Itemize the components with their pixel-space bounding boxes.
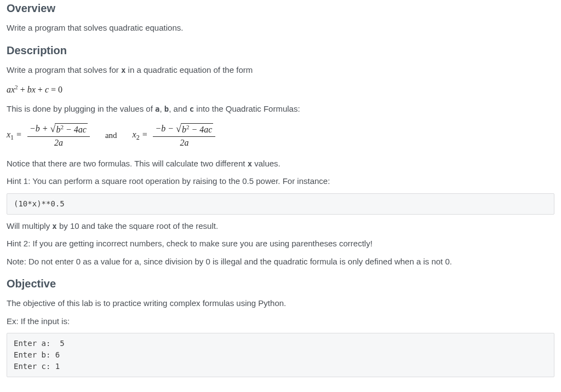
overview-text: Write a program that solves quadratic eq… xyxy=(7,22,554,34)
a: a xyxy=(59,138,63,147)
text: This is done by plugging in the values o… xyxy=(7,104,155,113)
will-multiply-text: Will multiply x by 10 and take the squar… xyxy=(7,220,554,233)
radical-icon: √ xyxy=(50,124,56,134)
var-x: x xyxy=(248,159,252,168)
sqrt: √b2 − 4ac xyxy=(176,123,213,135)
text: by 10 and take the square root of the re… xyxy=(57,221,218,230)
radical-icon: √ xyxy=(176,124,181,134)
coef-a: a xyxy=(7,85,11,94)
heading-overview: Overview xyxy=(7,0,554,16)
neg-b-plus: −b + xyxy=(30,124,50,133)
text: , xyxy=(159,104,164,113)
equation-standard-form: ax2 + bx + c = 0 xyxy=(7,83,554,96)
b: b xyxy=(182,125,186,134)
numerator: −b + √b2 − 4ac xyxy=(27,123,90,135)
text: Write a program that solves for xyxy=(7,65,121,74)
fraction: −b − √b2 − 4ac 2a xyxy=(153,123,215,148)
a: a xyxy=(78,125,83,134)
text: Notice that there are two formulas. This… xyxy=(7,159,248,168)
var-c: c xyxy=(190,105,194,113)
radicand: b2 − 4ac xyxy=(55,123,88,135)
note-text: Note: Do not enter 0 as a value for a, s… xyxy=(7,256,554,268)
text: Will multiply xyxy=(7,221,52,230)
var-b: b xyxy=(164,105,169,113)
coef-c: c xyxy=(45,85,49,94)
text: in a quadratic equation of the form xyxy=(125,65,253,74)
lhs: x1 = xyxy=(7,128,22,142)
equals: = xyxy=(14,130,22,139)
description-lead: Write a program that solves for x in a q… xyxy=(7,64,554,77)
denominator: 2a xyxy=(178,138,191,148)
equals: = xyxy=(140,130,148,139)
c: c xyxy=(208,125,212,134)
a: a xyxy=(184,138,188,147)
hint-1: Hint 1: You can perform a square root op… xyxy=(7,175,554,188)
document-body: Overview Write a program that solves qua… xyxy=(0,0,561,389)
text: , and xyxy=(169,104,190,113)
numerator: −b − √b2 − 4ac xyxy=(153,123,215,135)
heading-description: Description xyxy=(7,42,554,59)
equals-zero: = 0 xyxy=(49,85,62,94)
two: 2 xyxy=(54,138,59,147)
example-label: Ex: If the input is: xyxy=(7,315,554,328)
text: values. xyxy=(252,159,280,168)
code-block-example-io: Enter a: 5 Enter b: 6 Enter c: 1 xyxy=(7,333,554,377)
neg-b-minus: −b − xyxy=(155,124,176,133)
and-separator: and xyxy=(105,129,117,142)
c: c xyxy=(83,125,87,134)
minus-4: − 4 xyxy=(64,125,78,134)
notice-text: Notice that there are two formulas. This… xyxy=(7,158,554,170)
var-x: x xyxy=(52,222,56,230)
radicand: b2 − 4ac xyxy=(181,123,214,135)
text: into the Quadratic Formulas: xyxy=(194,104,300,113)
code-block-sqrt: (10*x)**0.5 xyxy=(7,193,554,215)
plus: + xyxy=(36,85,45,94)
coef-b: b xyxy=(27,85,32,94)
heading-objective: Objective xyxy=(7,275,554,292)
quadratic-formulas: x1 = −b + √b2 − 4ac 2a and x2 = −b − √b2… xyxy=(7,123,554,148)
hint-2: Hint 2: If you are getting incorrect num… xyxy=(7,238,554,250)
var-x: x xyxy=(32,85,36,94)
fraction-bar xyxy=(27,136,90,137)
lhs: x2 = xyxy=(133,128,148,142)
formula-x2: x2 = −b − √b2 − 4ac 2a xyxy=(133,123,216,148)
fraction-bar xyxy=(153,136,215,137)
formula-x1: x1 = −b + √b2 − 4ac 2a xyxy=(7,123,90,148)
denominator: 2a xyxy=(52,138,65,148)
plugging-text: This is done by plugging in the values o… xyxy=(7,103,554,116)
fraction: −b + √b2 − 4ac 2a xyxy=(27,123,90,148)
plus: + xyxy=(18,85,27,94)
objective-text: The objective of this lab is to practice… xyxy=(7,297,554,310)
sqrt: √b2 − 4ac xyxy=(50,123,88,135)
minus-4: − 4 xyxy=(190,125,204,134)
var-x: x xyxy=(133,130,136,139)
